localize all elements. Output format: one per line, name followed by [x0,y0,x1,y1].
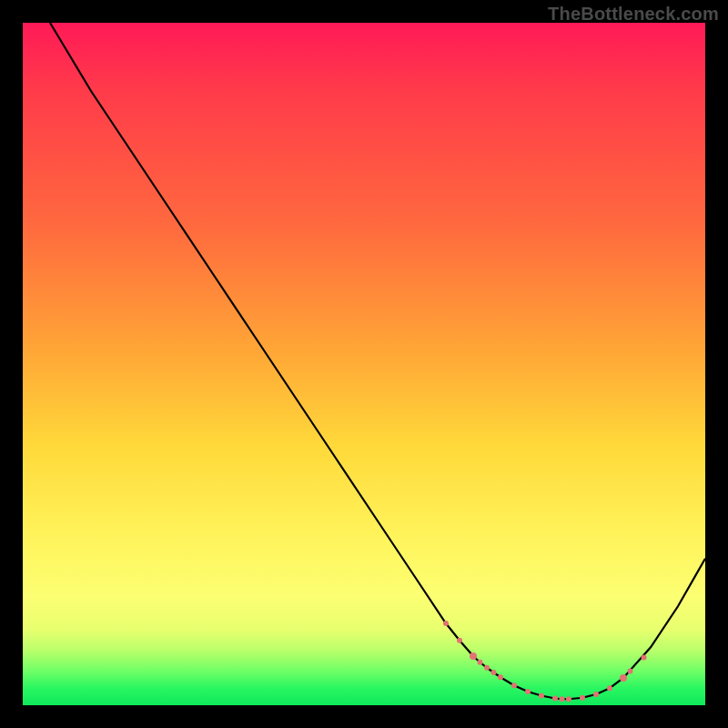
data-marker [443,621,449,626]
data-marker [560,696,565,702]
data-marker [484,665,490,671]
data-marker [457,638,462,643]
data-marker [642,655,647,661]
data-marker [478,660,483,665]
curve-svg [23,23,705,705]
watermark-text: TheBottleneck.com [548,4,719,25]
chart-frame: TheBottleneck.com [0,0,728,728]
marker-group [443,621,647,702]
data-marker [607,685,612,691]
data-marker [628,669,633,674]
data-marker [552,696,558,702]
data-marker [525,689,531,694]
plot-area [23,23,705,705]
data-marker [470,652,477,660]
data-marker [593,692,599,697]
bottleneck-curve [50,23,705,699]
data-marker [580,695,585,701]
data-marker [498,674,503,680]
data-marker [539,693,544,699]
data-marker [620,674,627,682]
data-marker [511,682,517,688]
data-marker [491,670,497,675]
data-marker [566,696,571,702]
